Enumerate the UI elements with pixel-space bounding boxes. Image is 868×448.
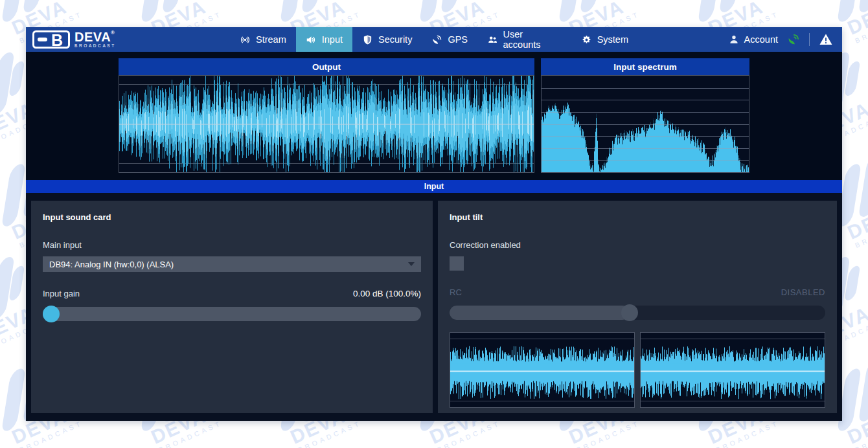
tab-security[interactable]: Security xyxy=(352,27,422,52)
logo-name: DEVA® xyxy=(74,30,116,43)
main-input-value: DB94: Analog IN (hw:0,0) (ALSA) xyxy=(49,260,174,269)
rc-slider-fill xyxy=(450,306,630,320)
input-spectrum-canvas xyxy=(541,75,749,173)
main-input-label: Main input xyxy=(43,240,421,250)
input-gain-value: 0.00 dB (100.0%) xyxy=(353,289,421,298)
correction-enabled-label: Correction enabled xyxy=(450,240,825,250)
correction-enabled-checkbox[interactable] xyxy=(450,256,464,271)
logo-subtitle: BROADCAST xyxy=(74,44,116,49)
db-logo-icon: B xyxy=(32,30,70,49)
rc-row: RC DISABLED xyxy=(450,287,825,297)
speaker-icon xyxy=(306,34,317,45)
satellite-icon xyxy=(431,34,442,45)
logo-text: DEVA® BROADCAST xyxy=(74,30,116,49)
satellite-green-icon[interactable] xyxy=(787,33,800,46)
account-label: Account xyxy=(744,34,778,45)
rc-slider-thumb[interactable] xyxy=(621,304,638,321)
rc-label: RC xyxy=(450,287,462,297)
output-chart-panel: Output xyxy=(119,58,534,173)
deva-logo[interactable]: B DEVA® BROADCAST xyxy=(26,27,122,52)
tab-input[interactable]: Input xyxy=(296,27,352,52)
input-gain-slider-thumb[interactable] xyxy=(43,306,60,322)
nav-divider xyxy=(809,33,810,46)
top-navigation: B DEVA® BROADCAST StreamInputSecurityGPS… xyxy=(26,27,842,52)
tilt-right-waveform-canvas xyxy=(640,332,825,408)
tab-stream[interactable]: Stream xyxy=(230,27,296,52)
users-icon xyxy=(487,34,498,45)
chevron-down-icon xyxy=(408,262,415,266)
panel-title: Input tilt xyxy=(450,212,825,222)
tilt-charts xyxy=(450,332,825,408)
account-menu[interactable]: Account xyxy=(728,34,778,45)
nav-tabs: StreamInputSecurityGPSUser accountsSyste… xyxy=(230,27,638,52)
input-section-header: Input xyxy=(26,180,842,193)
tab-gps[interactable]: GPS xyxy=(422,27,477,52)
rc-status-badge: DISABLED xyxy=(781,287,825,297)
tab-label: User accounts xyxy=(503,29,562,50)
tab-label: Input xyxy=(322,34,343,45)
tilt-left-waveform-canvas xyxy=(450,332,635,408)
svg-text:B: B xyxy=(51,31,63,49)
spectrum-chart-title: Input spectrum xyxy=(541,58,749,75)
charts-strip: Output Input spectrum xyxy=(26,52,842,180)
rc-slider[interactable] xyxy=(450,306,825,320)
tab-user-accounts[interactable]: User accounts xyxy=(477,27,571,52)
nav-right: Account xyxy=(728,27,842,52)
shield-icon xyxy=(362,34,373,45)
output-waveform-canvas xyxy=(119,75,534,173)
input-gain-slider[interactable] xyxy=(43,307,421,321)
tab-label: GPS xyxy=(448,34,468,45)
broadcast-icon xyxy=(240,34,251,45)
input-tilt-panel: Input tilt Correction enabled RC DISABLE… xyxy=(438,201,837,413)
panel-title: Input sound card xyxy=(43,212,421,222)
app-window: B DEVA® BROADCAST StreamInputSecurityGPS… xyxy=(26,27,842,421)
input-gain-row: Input gain 0.00 dB (100.0%) xyxy=(43,289,421,298)
input-gain-label: Input gain xyxy=(43,289,80,298)
main-input-select[interactable]: DB94: Analog IN (hw:0,0) (ALSA) xyxy=(43,256,421,272)
person-icon xyxy=(728,34,740,45)
spectrum-chart-panel: Input spectrum xyxy=(541,58,749,173)
warning-icon[interactable] xyxy=(819,32,833,47)
input-sound-card-panel: Input sound card Main input DB94: Analog… xyxy=(31,201,433,413)
tab-label: Security xyxy=(378,34,412,45)
output-chart-title: Output xyxy=(119,58,534,75)
content-area: Input sound card Main input DB94: Analog… xyxy=(26,193,842,421)
tab-label: Stream xyxy=(256,34,286,45)
gear-icon xyxy=(581,34,592,45)
tab-label: System xyxy=(597,34,628,45)
tab-system[interactable]: System xyxy=(571,27,638,52)
